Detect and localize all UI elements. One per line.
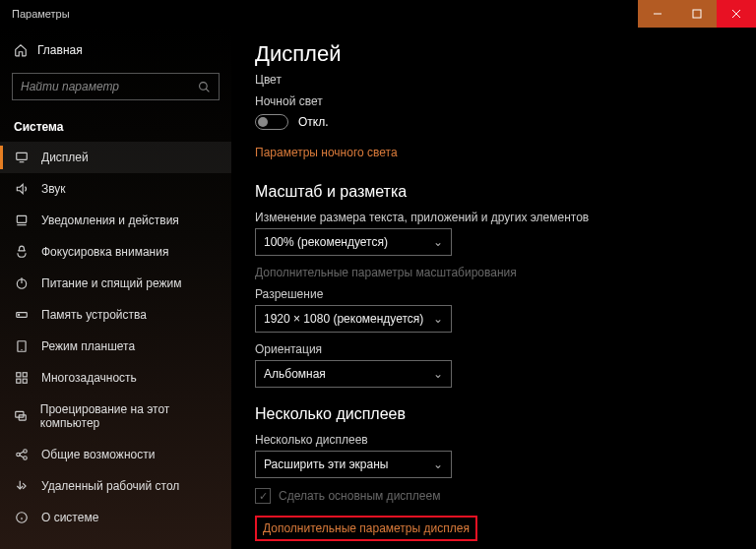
sidebar-item-sound[interactable]: Звук <box>0 173 231 205</box>
sidebar: Главная Система Дисплей Звук Уведомления… <box>0 28 231 549</box>
sidebar-item-focus[interactable]: Фокусировка внимания <box>0 236 231 268</box>
sidebar-item-label: Питание и спящий режим <box>41 276 182 290</box>
advanced-display-link[interactable]: Дополнительные параметры дисплея <box>263 521 470 535</box>
resolution-value: 1920 × 1080 (рекомендуется) <box>264 312 423 326</box>
sidebar-item-label: Звук <box>41 182 66 196</box>
sidebar-item-display[interactable]: Дисплей <box>0 142 231 173</box>
resolution-label: Разрешение <box>255 287 732 301</box>
svg-point-25 <box>24 457 28 460</box>
multitasking-icon <box>14 371 30 385</box>
svg-rect-20 <box>23 379 27 383</box>
power-icon <box>14 276 30 290</box>
svg-line-5 <box>206 89 209 92</box>
svg-rect-6 <box>17 152 28 159</box>
multi-select[interactable]: Расширить эти экраны ⌄ <box>255 451 452 478</box>
svg-point-4 <box>200 82 208 90</box>
advanced-scale-link[interactable]: Дополнительные параметры масштабирования <box>255 266 732 279</box>
search-box[interactable] <box>12 73 220 100</box>
sidebar-item-storage[interactable]: Память устройства <box>0 299 231 331</box>
sidebar-item-notifications[interactable]: Уведомления и действия <box>0 205 231 236</box>
search-icon <box>198 81 211 93</box>
home-link[interactable]: Главная <box>0 35 231 65</box>
sidebar-item-label: Уведомления и действия <box>41 214 179 227</box>
night-light-settings-link[interactable]: Параметры ночного света <box>255 146 398 159</box>
make-primary-checkbox[interactable]: ✓ <box>255 488 271 504</box>
chevron-down-icon: ⌄ <box>433 312 443 326</box>
highlighted-box: Дополнительные параметры дисплея <box>255 516 477 541</box>
content: Дисплей Цвет Ночной свет Откл. Параметры… <box>231 28 756 549</box>
page-title: Дисплей <box>255 41 732 67</box>
orientation-select[interactable]: Альбомная ⌄ <box>255 360 452 388</box>
sidebar-item-projecting[interactable]: Проецирование на этот компьютер <box>0 394 231 439</box>
notifications-icon <box>14 214 30 227</box>
home-label: Главная <box>37 43 83 57</box>
sidebar-item-shared[interactable]: Общие возможности <box>0 439 231 470</box>
svg-line-27 <box>20 456 24 458</box>
sidebar-item-label: Общие возможности <box>41 448 155 461</box>
maximize-button[interactable] <box>677 0 717 28</box>
window-title: Параметры <box>0 8 70 20</box>
sidebar-item-multitasking[interactable]: Многозадачность <box>0 362 231 394</box>
scale-select[interactable]: 100% (рекомендуется) ⌄ <box>255 228 452 256</box>
sidebar-item-label: Режим планшета <box>41 339 135 353</box>
titlebar: Параметры <box>0 0 756 28</box>
svg-line-3 <box>732 10 740 18</box>
color-heading: Цвет <box>255 73 732 87</box>
orientation-value: Альбомная <box>264 367 326 381</box>
sidebar-item-remote[interactable]: Удаленный рабочий стол <box>0 470 231 502</box>
sidebar-item-power[interactable]: Питание и спящий режим <box>0 268 231 299</box>
body: Главная Система Дисплей Звук Уведомления… <box>0 28 756 549</box>
sidebar-item-label: Память устройства <box>41 308 147 322</box>
category-label: Система <box>0 108 231 142</box>
sidebar-item-label: Удаленный рабочий стол <box>41 479 179 493</box>
sidebar-item-about[interactable]: О системе <box>0 502 231 533</box>
make-primary-label: Сделать основным дисплеем <box>279 489 440 503</box>
shared-icon <box>14 448 30 461</box>
scale-value: 100% (рекомендуется) <box>264 235 388 249</box>
storage-icon <box>14 308 30 322</box>
resolution-select[interactable]: 1920 × 1080 (рекомендуется) ⌄ <box>255 305 452 333</box>
svg-rect-1 <box>693 10 701 18</box>
search-input[interactable] <box>21 80 198 93</box>
make-primary-row: ✓ Сделать основным дисплеем <box>255 488 732 504</box>
night-light-toggle[interactable] <box>255 114 288 130</box>
sound-icon <box>14 182 30 196</box>
svg-rect-18 <box>23 373 27 377</box>
scale-label: Изменение размера текста, приложений и д… <box>255 211 732 224</box>
multi-label: Несколько дисплеев <box>255 433 732 447</box>
close-button[interactable] <box>717 0 756 28</box>
settings-window: Параметры Главная Система Дисплей Звук У… <box>0 0 756 549</box>
chevron-down-icon: ⌄ <box>433 367 443 381</box>
scale-heading: Масштаб и разметка <box>255 183 732 201</box>
chevron-down-icon: ⌄ <box>433 458 443 471</box>
about-icon <box>14 511 30 524</box>
projecting-icon <box>14 409 29 423</box>
multi-value: Расширить эти экраны <box>264 458 388 471</box>
nav-list: Дисплей Звук Уведомления и действия Фоку… <box>0 142 231 549</box>
window-buttons <box>638 0 756 28</box>
focus-icon <box>14 245 30 259</box>
svg-rect-19 <box>17 379 21 383</box>
svg-rect-17 <box>17 373 21 377</box>
chevron-down-icon: ⌄ <box>433 235 443 249</box>
sidebar-item-label: Дисплей <box>41 151 89 164</box>
sidebar-item-label: Фокусировка внимания <box>41 245 168 259</box>
multi-heading: Несколько дисплеев <box>255 405 732 423</box>
night-light-toggle-row: Откл. <box>255 114 732 130</box>
orientation-label: Ориентация <box>255 342 732 356</box>
svg-line-2 <box>732 10 740 18</box>
sidebar-item-label: О системе <box>41 511 98 524</box>
tablet-icon <box>14 339 30 353</box>
sidebar-item-tablet[interactable]: Режим планшета <box>0 331 231 362</box>
remote-icon <box>14 479 30 493</box>
night-light-state: Откл. <box>298 115 329 129</box>
sidebar-item-label: Многозадачность <box>41 371 137 385</box>
night-light-label: Ночной свет <box>255 94 732 108</box>
svg-line-26 <box>20 452 24 454</box>
home-icon <box>14 43 28 57</box>
minimize-button[interactable] <box>638 0 677 28</box>
svg-rect-9 <box>17 215 26 222</box>
svg-point-14 <box>19 314 20 315</box>
sidebar-item-label: Проецирование на этот компьютер <box>40 402 218 430</box>
svg-point-24 <box>24 450 28 454</box>
